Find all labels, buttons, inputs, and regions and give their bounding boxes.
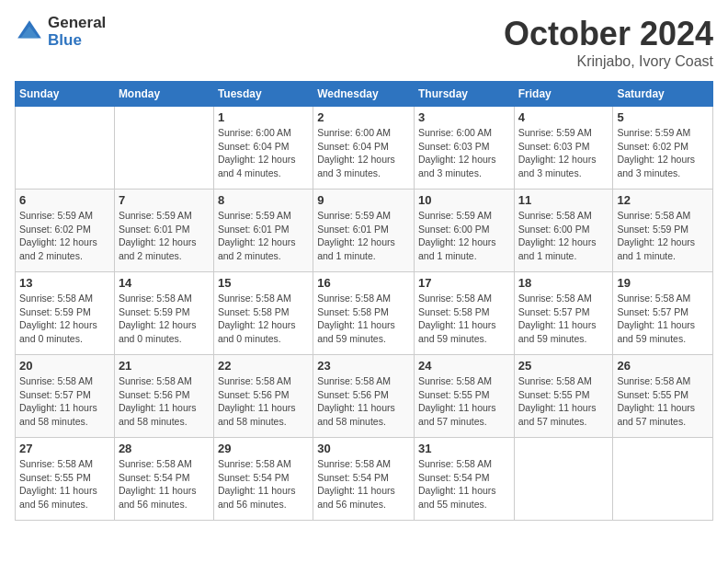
weekday-header: Sunday	[16, 82, 115, 107]
calendar-cell: 28Sunrise: 5:58 AM Sunset: 5:54 PM Dayli…	[114, 438, 213, 521]
calendar-cell: 10Sunrise: 5:59 AM Sunset: 6:00 PM Dayli…	[414, 190, 514, 272]
calendar-cell: 3Sunrise: 6:00 AM Sunset: 6:03 PM Daylig…	[414, 107, 514, 190]
day-detail: Sunrise: 5:58 AM Sunset: 5:57 PM Dayligh…	[518, 292, 609, 346]
day-detail: Sunrise: 5:59 AM Sunset: 6:00 PM Dayligh…	[418, 209, 510, 263]
calendar-cell	[613, 438, 713, 521]
weekday-header-row: SundayMondayTuesdayWednesdayThursdayFrid…	[16, 82, 713, 107]
calendar-cell: 17Sunrise: 5:58 AM Sunset: 5:58 PM Dayli…	[414, 272, 514, 355]
page-header: General Blue October 2024 Krinjabo, Ivor…	[15, 15, 713, 70]
calendar-cell	[114, 107, 213, 190]
day-number: 2	[317, 110, 410, 124]
day-detail: Sunrise: 5:58 AM Sunset: 5:54 PM Dayligh…	[119, 457, 210, 511]
calendar-week-row: 6Sunrise: 5:59 AM Sunset: 6:02 PM Daylig…	[16, 190, 713, 272]
calendar-cell: 4Sunrise: 5:59 AM Sunset: 6:03 PM Daylig…	[514, 107, 613, 190]
calendar-cell: 29Sunrise: 5:58 AM Sunset: 5:54 PM Dayli…	[213, 438, 313, 521]
calendar-cell: 21Sunrise: 5:58 AM Sunset: 5:56 PM Dayli…	[114, 355, 213, 438]
calendar-table: SundayMondayTuesdayWednesdayThursdayFrid…	[15, 81, 713, 521]
calendar-week-row: 13Sunrise: 5:58 AM Sunset: 5:59 PM Dayli…	[16, 272, 713, 355]
day-number: 9	[317, 193, 410, 207]
day-number: 13	[19, 276, 110, 290]
day-detail: Sunrise: 5:58 AM Sunset: 5:57 PM Dayligh…	[617, 292, 709, 346]
day-number: 6	[19, 193, 110, 207]
calendar-cell: 9Sunrise: 5:59 AM Sunset: 6:01 PM Daylig…	[313, 190, 415, 272]
day-number: 20	[19, 359, 110, 373]
calendar-cell: 30Sunrise: 5:58 AM Sunset: 5:54 PM Dayli…	[313, 438, 415, 521]
day-detail: Sunrise: 5:58 AM Sunset: 5:59 PM Dayligh…	[617, 209, 709, 263]
day-detail: Sunrise: 5:59 AM Sunset: 6:01 PM Dayligh…	[317, 209, 410, 263]
calendar-week-row: 20Sunrise: 5:58 AM Sunset: 5:57 PM Dayli…	[16, 355, 713, 438]
logo-icon	[15, 17, 44, 47]
logo: General Blue	[15, 15, 106, 49]
day-number: 28	[119, 442, 210, 455]
calendar-cell: 13Sunrise: 5:58 AM Sunset: 5:59 PM Dayli…	[16, 272, 115, 355]
day-detail: Sunrise: 5:58 AM Sunset: 5:58 PM Dayligh…	[418, 292, 510, 346]
calendar-cell: 18Sunrise: 5:58 AM Sunset: 5:57 PM Dayli…	[514, 272, 613, 355]
day-number: 23	[317, 359, 410, 373]
title-section: October 2024 Krinjabo, Ivory Coast	[504, 15, 713, 70]
day-detail: Sunrise: 5:59 AM Sunset: 6:02 PM Dayligh…	[617, 126, 709, 180]
calendar-cell: 25Sunrise: 5:58 AM Sunset: 5:55 PM Dayli…	[514, 355, 613, 438]
calendar-cell: 14Sunrise: 5:58 AM Sunset: 5:59 PM Dayli…	[114, 272, 213, 355]
weekday-header: Wednesday	[313, 82, 415, 107]
day-number: 25	[518, 359, 609, 373]
calendar-cell: 2Sunrise: 6:00 AM Sunset: 6:04 PM Daylig…	[313, 107, 415, 190]
calendar-cell: 22Sunrise: 5:58 AM Sunset: 5:56 PM Dayli…	[213, 355, 313, 438]
day-detail: Sunrise: 5:58 AM Sunset: 5:56 PM Dayligh…	[317, 374, 410, 429]
day-number: 4	[518, 110, 609, 124]
calendar-cell: 23Sunrise: 5:58 AM Sunset: 5:56 PM Dayli…	[313, 355, 415, 438]
day-number: 19	[617, 276, 709, 290]
day-detail: Sunrise: 5:59 AM Sunset: 6:01 PM Dayligh…	[119, 209, 210, 263]
calendar-cell: 5Sunrise: 5:59 AM Sunset: 6:02 PM Daylig…	[613, 107, 713, 190]
day-number: 26	[617, 359, 709, 373]
day-number: 8	[218, 193, 309, 207]
day-number: 15	[218, 276, 309, 290]
calendar-cell: 15Sunrise: 5:58 AM Sunset: 5:58 PM Dayli…	[213, 272, 313, 355]
day-detail: Sunrise: 5:58 AM Sunset: 6:00 PM Dayligh…	[518, 209, 609, 263]
day-detail: Sunrise: 5:58 AM Sunset: 5:58 PM Dayligh…	[317, 292, 410, 346]
day-detail: Sunrise: 5:58 AM Sunset: 5:55 PM Dayligh…	[418, 374, 510, 429]
weekday-header: Tuesday	[213, 82, 313, 107]
day-number: 21	[119, 359, 210, 373]
calendar-cell: 19Sunrise: 5:58 AM Sunset: 5:57 PM Dayli…	[613, 272, 713, 355]
calendar-cell: 1Sunrise: 6:00 AM Sunset: 6:04 PM Daylig…	[213, 107, 313, 190]
calendar-cell: 31Sunrise: 5:58 AM Sunset: 5:54 PM Dayli…	[414, 438, 514, 521]
calendar-cell: 11Sunrise: 5:58 AM Sunset: 6:00 PM Dayli…	[514, 190, 613, 272]
day-number: 22	[218, 359, 309, 373]
day-detail: Sunrise: 5:58 AM Sunset: 5:59 PM Dayligh…	[19, 292, 110, 346]
weekday-header: Friday	[514, 82, 613, 107]
calendar-cell: 26Sunrise: 5:58 AM Sunset: 5:55 PM Dayli…	[613, 355, 713, 438]
calendar-cell: 7Sunrise: 5:59 AM Sunset: 6:01 PM Daylig…	[114, 190, 213, 272]
calendar-week-row: 1Sunrise: 6:00 AM Sunset: 6:04 PM Daylig…	[16, 107, 713, 190]
day-number: 24	[418, 359, 510, 373]
weekday-header: Monday	[114, 82, 213, 107]
day-detail: Sunrise: 5:59 AM Sunset: 6:02 PM Dayligh…	[19, 209, 110, 263]
day-number: 31	[418, 442, 510, 455]
day-detail: Sunrise: 5:58 AM Sunset: 5:55 PM Dayligh…	[19, 457, 110, 511]
day-detail: Sunrise: 6:00 AM Sunset: 6:03 PM Dayligh…	[418, 126, 510, 180]
calendar-cell: 16Sunrise: 5:58 AM Sunset: 5:58 PM Dayli…	[313, 272, 415, 355]
day-detail: Sunrise: 6:00 AM Sunset: 6:04 PM Dayligh…	[218, 126, 309, 180]
day-number: 29	[218, 442, 309, 455]
day-detail: Sunrise: 5:58 AM Sunset: 5:54 PM Dayligh…	[218, 457, 309, 511]
day-detail: Sunrise: 5:59 AM Sunset: 6:03 PM Dayligh…	[518, 126, 609, 180]
calendar-cell: 27Sunrise: 5:58 AM Sunset: 5:55 PM Dayli…	[16, 438, 115, 521]
day-number: 17	[418, 276, 510, 290]
logo-text-line2: Blue	[48, 32, 106, 50]
day-detail: Sunrise: 5:58 AM Sunset: 5:54 PM Dayligh…	[418, 457, 510, 511]
day-detail: Sunrise: 5:58 AM Sunset: 5:55 PM Dayligh…	[518, 374, 609, 429]
day-number: 3	[418, 110, 510, 124]
day-detail: Sunrise: 5:58 AM Sunset: 5:57 PM Dayligh…	[19, 374, 110, 429]
day-number: 16	[317, 276, 410, 290]
day-number: 5	[617, 110, 709, 124]
day-detail: Sunrise: 5:58 AM Sunset: 5:56 PM Dayligh…	[218, 374, 309, 429]
calendar-cell	[514, 438, 613, 521]
calendar-cell: 6Sunrise: 5:59 AM Sunset: 6:02 PM Daylig…	[16, 190, 115, 272]
day-number: 14	[119, 276, 210, 290]
day-detail: Sunrise: 5:58 AM Sunset: 5:58 PM Dayligh…	[218, 292, 309, 346]
weekday-header: Saturday	[613, 82, 713, 107]
day-detail: Sunrise: 5:59 AM Sunset: 6:01 PM Dayligh…	[218, 209, 309, 263]
calendar-week-row: 27Sunrise: 5:58 AM Sunset: 5:55 PM Dayli…	[16, 438, 713, 521]
day-number: 12	[617, 193, 709, 207]
day-detail: Sunrise: 5:58 AM Sunset: 5:55 PM Dayligh…	[617, 374, 709, 429]
location-subtitle: Krinjabo, Ivory Coast	[504, 53, 713, 70]
